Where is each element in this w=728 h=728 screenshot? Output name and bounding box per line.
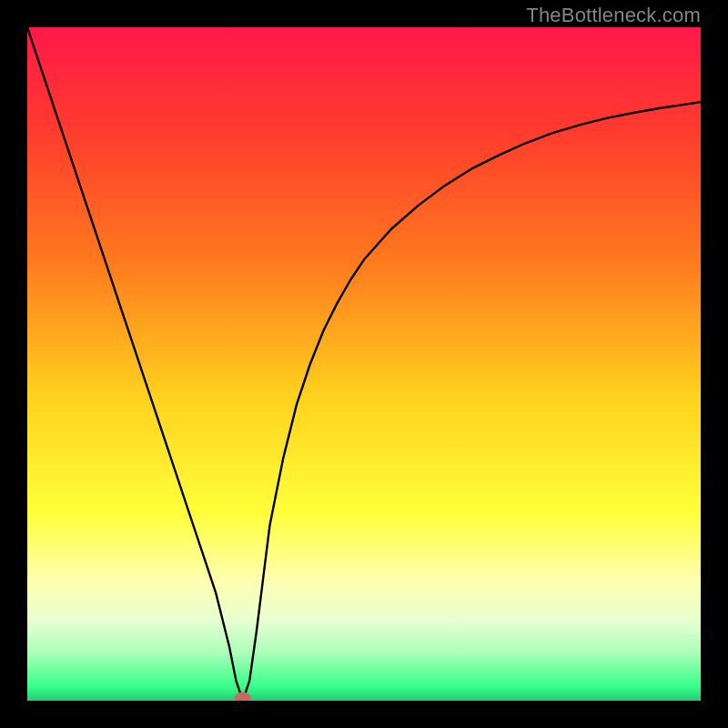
plot-area	[27, 27, 701, 701]
chart-frame: TheBottleneck.com	[0, 0, 728, 728]
chart-svg	[27, 27, 701, 701]
watermark-text: TheBottleneck.com	[526, 4, 701, 27]
gradient-background	[27, 27, 701, 701]
